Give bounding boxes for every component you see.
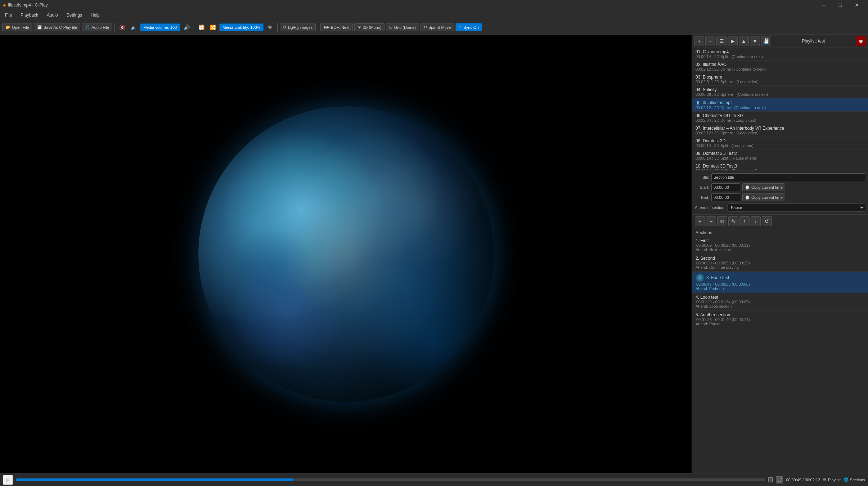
copy-start-button[interactable]: ⌚ Copy current time [742,183,785,191]
title-label: Title: [695,175,709,179]
section-item[interactable]: 5. Another section00:01:26 - 00:01:40 (0… [692,311,868,328]
playlist-item[interactable]: 08. Domtest 3D00:00:14 : 3D Split : (Loo… [692,137,868,150]
section-end: At end: Pause [696,322,864,326]
maximize-button[interactable]: □ [832,0,849,10]
section-edit-button[interactable]: ✎ [728,216,738,226]
at-end-select[interactable]: PauseContinue playingNext sectionLoop se… [728,204,865,211]
playlist-item-title: 01. C_mono.mp4 [696,49,864,54]
bgfg-button[interactable]: ⚙ Bg/Fg images [280,23,316,31]
playlist-item-title: 10. Domtest 3D Test3 [696,164,864,169]
folder-icon: 📂 [5,25,10,30]
eye-button[interactable]: 👁 [265,22,275,32]
section-end: At end: Loop section [696,304,864,308]
minimize-button[interactable]: ─ [815,0,832,10]
progress-bar[interactable] [16,478,765,481]
video-area[interactable] [0,35,692,473]
window-title: illustris.mp4 - C-Play [8,3,48,8]
sync-icon: ⟳ [459,25,462,30]
progress-handle[interactable] [768,477,773,482]
section-end: At end: Fade out [696,286,864,291]
sections-toggle[interactable]: 🌐 Sections [844,477,865,482]
playlist-list-button[interactable]: ☰ [716,36,727,46]
playlist-next-button[interactable]: ▶ [728,36,738,46]
section-times: 00:00:09 - 00:00:20 (00:00:11) [696,243,864,248]
playlist-item[interactable]: 10. Domtest 3D Test300:00:14 : 3D Split … [692,162,868,170]
menu-settings[interactable]: Settings [63,12,86,19]
playlist-item-info: 00:02:12 : 2D Dome : (Continue to next) [696,67,864,71]
playlist-item[interactable]: 02. Illustris ÅÄÖ00:02:12 : 2D Dome : (C… [692,61,868,73]
menu-help[interactable]: Help [87,12,103,19]
playlist-add-button[interactable]: + [694,36,704,46]
playlist-item-title: 02. Illustris ÅÄÖ [696,62,864,67]
playlist-item[interactable]: 04. Salinity00:00:36 : 2D Sphere : (Cont… [692,86,868,98]
pause-icon: ⏸ [696,100,701,106]
playlist-item[interactable]: 03. Biosphere00:02:31 : 2D Sphere : (Loo… [692,73,868,86]
title-bar-left: ● illustris.mp4 - C-Play [3,2,48,8]
close-button[interactable]: ✕ [849,0,865,10]
copy-end-button[interactable]: ⌚ Copy current time [742,193,785,201]
playlist-up-button[interactable]: ▲ [739,36,749,46]
toolbar: 📂 Open File 💾 Save As C-Play file 🎵 Audi… [0,20,868,35]
section-down-button[interactable]: ↓ [751,216,761,226]
layers-icon: ⚙ [283,25,287,30]
playlist-item-info: 00:02:31 : 2D Sphere : (Loop video) [696,80,864,84]
next-button[interactable]: ▶▶ EOF: Next [320,23,352,31]
menu-audio[interactable]: Audio [43,12,62,19]
mono-button[interactable]: 👁 2D (Mono) [354,23,385,31]
section-name: 5. Another section [696,312,730,317]
volume-down-button[interactable]: 🔉 [129,22,139,32]
section-reset-button[interactable]: ↺ [762,216,772,226]
playlist-toolbar: + − ☰ ▶ ▲ ▼ 💾 Playlist: test ⏺ [692,35,868,48]
playlist-item[interactable]: 07. Intercellular – An Interbody VR Expe… [692,124,868,137]
mute-button[interactable]: 🔇 [117,22,127,32]
play-button[interactable]: ▶ [3,475,13,485]
fullscreen-button[interactable]: ⛶ [776,476,783,483]
section-item[interactable]: 3. Fade test00:00:47 - 00:00:53 (00:00:0… [692,272,868,293]
menu-file[interactable]: File [1,12,15,19]
section-times: 00:00:47 - 00:00:53 (00:00:06) [696,282,864,286]
section-copy-button[interactable]: ⧉ [717,216,727,226]
open-file-button[interactable]: 📂 Open File [2,23,32,31]
section-start-input[interactable] [711,183,740,191]
playlist-item[interactable]: 06. Chemistry Of Life 3D00:32:04 : 2D Do… [692,112,868,124]
playlist-item[interactable]: 01. C_mono.mp400:00:14 : 2D Split : (Con… [692,48,868,61]
separator-3 [277,23,278,32]
section-item[interactable]: 2. Second00:00:30 - 00:00:55 (00:00:25)A… [692,254,868,272]
sections-icon: 🌐 [844,477,849,482]
playlist-item-info: 00:02:12 : 2D Dome : (Continue to next) [696,106,864,110]
copy-end-icon: ⌚ [745,195,750,200]
visibility-button[interactable]: Media visibility: 100% [219,23,264,31]
section-item[interactable]: 1. First00:00:09 - 00:00:20 (00:00:11)At… [692,236,868,254]
playlist-items: 01. C_mono.mp400:00:14 : 2D Split : (Con… [692,48,868,170]
playlist-record-button[interactable]: ⏺ [856,36,866,46]
playlist-item-title: 08. Domtest 3D [696,138,864,143]
sync-button[interactable]: ⟳ Sync On [455,23,482,31]
section-title-input[interactable] [711,173,865,181]
playlist-save-button[interactable]: 💾 [761,36,771,46]
audio-settings-button[interactable]: 🔊 [181,22,192,32]
playlist-remove-button[interactable]: − [705,36,715,46]
save-as-button[interactable]: 💾 Save As C-Play file [34,23,81,31]
loop-button[interactable]: 🔁 [196,22,206,32]
section-add-button[interactable]: + [695,216,705,226]
section-end-input[interactable] [711,193,740,201]
playlist-item-info: 00:00:14 : 3D Split : (Loop video) [696,143,864,148]
playlist-item-title: 06. Chemistry Of Life 3D [696,113,864,118]
menu-playback[interactable]: Playback [17,12,42,19]
music-icon: 🎵 [85,25,90,30]
volume-button[interactable]: Media volume: 100 [140,23,180,31]
playlist-toggle[interactable]: ☰ Playlist [823,477,841,482]
playlist-item[interactable]: 09. Domtest 3D Test200:00:14 : 3D Split … [692,150,868,162]
shuffle-button[interactable]: 🔀 [208,22,218,32]
playlist-item[interactable]: ⏸05. illustris.mp400:02:12 : 2D Dome : (… [692,98,868,112]
section-remove-button[interactable]: − [706,216,716,226]
playlist-item-info: 00:00:14 : 2D Split : (Continue to next) [696,54,864,59]
section-item[interactable]: 4. Loop test00:01:29 - 00:01:34 (00:00:0… [692,293,868,311]
playlist-down-button[interactable]: ▼ [750,36,760,46]
grid-button[interactable]: ⊞ Grid (Dome) [386,23,419,31]
start-field: Start: ⌚ Copy current time [695,183,865,191]
spin-button[interactable]: ↻ Spin & Move [420,23,454,31]
separator-2 [194,23,194,32]
section-up-button[interactable]: ↑ [739,216,750,226]
audio-file-button[interactable]: 🎵 Audio File [82,23,112,31]
